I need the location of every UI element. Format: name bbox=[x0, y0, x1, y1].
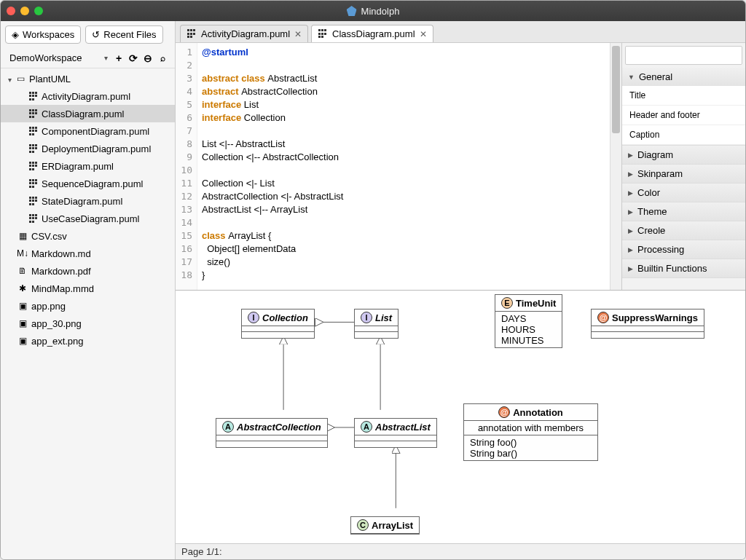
close-tab-button[interactable]: ✕ bbox=[294, 29, 302, 39]
tree-file[interactable]: ▣app_ext.png bbox=[1, 332, 175, 350]
uml-annotation-suppresswarnings[interactable]: @SuppressWarnings bbox=[591, 309, 704, 339]
close-window-button[interactable] bbox=[7, 7, 15, 15]
diagram-preview[interactable]: ICollection IList AAbstractCollection AA… bbox=[176, 291, 745, 543]
abstract-badge-icon: A bbox=[222, 421, 234, 433]
editor-tab[interactable]: ClassDiagram.puml✕ bbox=[311, 25, 433, 42]
uml-class-list[interactable]: IList bbox=[354, 309, 398, 339]
chevron-right-icon: ▶ bbox=[628, 246, 633, 253]
chevron-right-icon: ▶ bbox=[628, 208, 633, 216]
folder-icon: ▭ bbox=[15, 73, 26, 84]
md-icon: M↓ bbox=[17, 248, 28, 259]
tree-file[interactable]: ERDiagram.puml bbox=[1, 157, 175, 175]
tree-file[interactable]: ▣app.png bbox=[1, 297, 175, 315]
accordion-item[interactable]: Caption bbox=[622, 125, 745, 145]
chevron-right-icon: ▶ bbox=[628, 151, 633, 159]
tree-file[interactable]: ActivityDiagram.puml bbox=[1, 87, 175, 105]
tree-file[interactable]: UseCaseDiagram.puml bbox=[1, 210, 175, 227]
tree-file[interactable]: ClassDiagram.puml bbox=[1, 105, 175, 122]
annotation-badge-icon: @ bbox=[597, 312, 609, 323]
img-icon: ▣ bbox=[17, 335, 28, 347]
tree-file[interactable]: ComponentDiagram.puml bbox=[1, 122, 175, 140]
chevron-down-icon: ▼ bbox=[628, 74, 635, 81]
interface-badge-icon: I bbox=[361, 312, 372, 323]
img-icon: ▣ bbox=[17, 318, 28, 329]
accordion-item[interactable]: Title bbox=[622, 86, 745, 106]
abstract-badge-icon: A bbox=[361, 421, 372, 433]
accordion-section[interactable]: ▶Creole bbox=[622, 221, 745, 240]
workspace-selector[interactable]: DemoWorkspace bbox=[7, 51, 100, 65]
properties-panel: ▼GeneralTitleHeader and footerCaption▶Di… bbox=[621, 43, 745, 290]
code-editor[interactable]: 123456789101112131415161718 @startuml ab… bbox=[176, 43, 610, 290]
puml-file-icon bbox=[28, 161, 39, 171]
properties-search-input[interactable] bbox=[625, 46, 742, 65]
annotation-badge-icon: @ bbox=[498, 406, 510, 418]
puml-file-icon bbox=[28, 213, 39, 224]
refresh-button[interactable]: ⟳ bbox=[127, 52, 140, 65]
editor-tabs: ActivityDiagram.puml✕ClassDiagram.puml✕ bbox=[176, 21, 745, 43]
recent-files-tab[interactable]: ↺ Recent Files bbox=[85, 25, 162, 44]
sidebar: ◈ Workspaces ↺ Recent Files DemoWorkspac… bbox=[1, 21, 176, 559]
accordion-section[interactable]: ▶Diagram bbox=[622, 146, 745, 164]
puml-file-icon bbox=[28, 196, 39, 206]
chevron-right-icon: ▶ bbox=[628, 265, 633, 272]
search-button[interactable]: ⌕ bbox=[156, 52, 169, 65]
tree-file[interactable]: M↓Markdown.md bbox=[1, 245, 175, 262]
uml-class-collection[interactable]: ICollection bbox=[241, 309, 315, 339]
cube-icon: ◈ bbox=[12, 29, 19, 40]
tree-file[interactable]: 🗎Markdown.pdf bbox=[1, 262, 175, 280]
tree-file[interactable]: DeploymentDiagram.puml bbox=[1, 140, 175, 157]
doc-icon: 🗎 bbox=[17, 265, 28, 277]
puml-file-icon bbox=[28, 91, 39, 101]
editor-tab[interactable]: ActivityDiagram.puml✕ bbox=[180, 25, 308, 42]
add-button[interactable]: + bbox=[112, 52, 125, 65]
uml-enum-timeunit[interactable]: ETimeUnit DAYSHOURSMINUTES bbox=[495, 294, 562, 348]
uml-class-abstractcollection[interactable]: AAbstractCollection bbox=[216, 418, 328, 448]
status-bar: Page 1/1: bbox=[176, 543, 745, 559]
tree-file[interactable]: StateDiagram.puml bbox=[1, 192, 175, 210]
tree-folder-plantuml[interactable]: ▭PlantUML bbox=[1, 70, 175, 87]
puml-file-icon bbox=[186, 29, 197, 39]
vertical-scrollbar[interactable] bbox=[610, 43, 621, 290]
minimize-window-button[interactable] bbox=[20, 7, 29, 15]
mmd-icon: ✱ bbox=[17, 283, 28, 294]
puml-file-icon bbox=[318, 29, 328, 39]
puml-file-icon bbox=[28, 178, 39, 189]
uml-annotation-annotation[interactable]: @Annotation annotation with members Stri… bbox=[463, 403, 598, 461]
maximize-window-button[interactable] bbox=[34, 7, 43, 15]
accordion-item[interactable]: Header and footer bbox=[622, 106, 745, 125]
titlebar: Mindolph bbox=[1, 1, 745, 21]
file-tree: ▭PlantUMLActivityDiagram.pumlClassDiagra… bbox=[1, 68, 175, 559]
line-gutter: 123456789101112131415161718 bbox=[176, 43, 197, 290]
accordion-section[interactable]: ▶Processing bbox=[622, 240, 745, 259]
history-icon: ↺ bbox=[92, 29, 100, 40]
chevron-down-icon[interactable]: ▾ bbox=[103, 54, 109, 62]
chevron-right-icon: ▶ bbox=[628, 227, 633, 234]
code-content[interactable]: @startuml abstract class AbstractList ab… bbox=[197, 43, 610, 290]
accordion-section[interactable]: ▼General bbox=[622, 68, 745, 86]
tree-file[interactable]: ✱MindMap.mmd bbox=[1, 280, 175, 297]
chevron-right-icon: ▶ bbox=[628, 170, 633, 178]
accordion-section[interactable]: ▶Skinparam bbox=[622, 165, 745, 183]
collapse-button[interactable]: ⊖ bbox=[141, 52, 154, 65]
uml-class-arraylist[interactable]: CArrayList bbox=[350, 516, 420, 535]
tree-file[interactable]: SequenceDiagram.puml bbox=[1, 175, 175, 192]
accordion-section[interactable]: ▶Builtin Functions bbox=[622, 259, 745, 277]
close-tab-button[interactable]: ✕ bbox=[420, 29, 427, 39]
interface-badge-icon: I bbox=[248, 312, 259, 323]
puml-file-icon bbox=[28, 126, 39, 136]
grid-icon: ▦ bbox=[17, 230, 28, 242]
puml-file-icon bbox=[28, 109, 39, 119]
accordion-section[interactable]: ▶Theme bbox=[622, 202, 745, 221]
enum-badge-icon: E bbox=[501, 297, 513, 309]
caret-icon bbox=[8, 74, 12, 84]
uml-class-abstractlist[interactable]: AAbstractList bbox=[354, 418, 437, 448]
page-indicator: Page 1/1: bbox=[181, 546, 222, 557]
puml-file-icon bbox=[28, 143, 39, 154]
tree-file[interactable]: ▦CSV.csv bbox=[1, 227, 175, 245]
img-icon: ▣ bbox=[17, 300, 28, 312]
accordion-section[interactable]: ▶Color bbox=[622, 184, 745, 202]
workspaces-tab[interactable]: ◈ Workspaces bbox=[5, 25, 81, 44]
app-logo-icon bbox=[347, 6, 357, 16]
class-badge-icon: C bbox=[357, 519, 369, 531]
tree-file[interactable]: ▣app_30.png bbox=[1, 315, 175, 332]
